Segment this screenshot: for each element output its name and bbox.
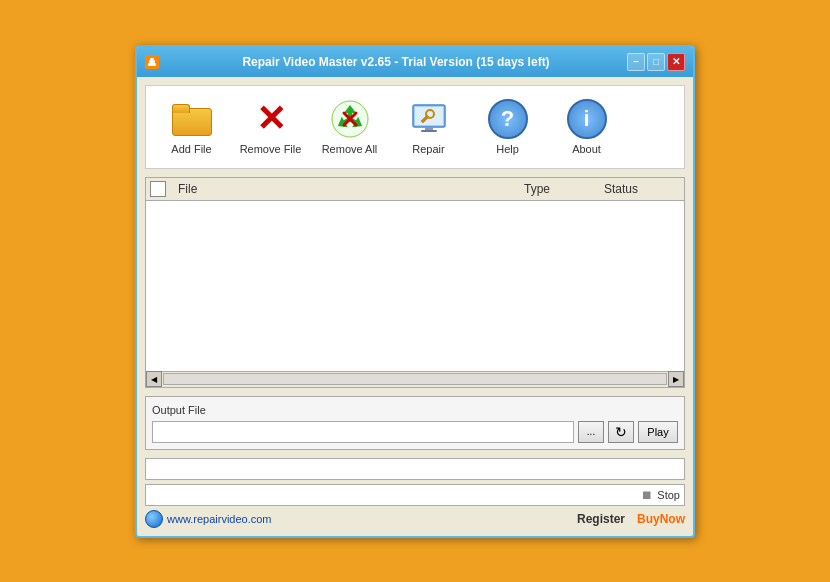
browse-button[interactable]: ... [578, 421, 604, 443]
minimize-button[interactable]: – [627, 53, 645, 71]
output-controls: ... ↻ Play [152, 421, 678, 443]
main-window: Repair Video Master v2.65 - Trial Versio… [135, 45, 695, 538]
svg-rect-2 [150, 58, 154, 60]
col-file-header: File [174, 180, 520, 198]
about-icon: i [567, 99, 607, 139]
buynow-button[interactable]: BuyNow [637, 512, 685, 526]
scroll-right-arrow[interactable]: ▶ [668, 371, 684, 387]
help-button[interactable]: ? Help [470, 94, 545, 160]
output-section: Output File ... ↻ Play [145, 396, 685, 450]
repair-icon [409, 99, 449, 139]
about-button[interactable]: i About [549, 94, 624, 160]
about-label: About [572, 143, 601, 155]
progress-bar [145, 458, 685, 480]
repair-label: Repair [412, 143, 444, 155]
horizontal-scrollbar[interactable]: ◀ ▶ [146, 371, 684, 387]
play-button[interactable]: Play [638, 421, 678, 443]
help-label: Help [496, 143, 519, 155]
output-file-input[interactable] [152, 421, 574, 443]
file-list-header: File Type Status [146, 178, 684, 201]
svg-rect-10 [421, 130, 437, 132]
window-controls: – □ ✕ [627, 53, 685, 71]
refresh-button[interactable]: ↻ [608, 421, 634, 443]
scroll-track[interactable] [163, 373, 667, 385]
footer: www.repairvideo.com Register BuyNow [145, 510, 685, 528]
globe-icon [145, 510, 163, 528]
help-icon: ? [488, 99, 528, 139]
repair-button[interactable]: Repair [391, 94, 466, 160]
file-list-container: File Type Status ◀ ▶ [145, 177, 685, 388]
remove-all-label: Remove All [322, 143, 378, 155]
output-group: Output File ... ↻ Play [145, 396, 685, 450]
website-text: www.repairvideo.com [167, 513, 272, 525]
window-title: Repair Video Master v2.65 - Trial Versio… [165, 55, 627, 69]
stop-label: Stop [657, 489, 680, 501]
browse-icon: ... [587, 426, 595, 437]
file-list-body [146, 201, 684, 371]
remove-file-label: Remove File [240, 143, 302, 155]
col-type-header: Type [520, 180, 600, 198]
close-button[interactable]: ✕ [667, 53, 685, 71]
scroll-left-arrow[interactable]: ◀ [146, 371, 162, 387]
remove-file-button[interactable]: ✕ Remove File [233, 94, 308, 160]
play-label: Play [647, 426, 668, 438]
add-file-label: Add File [171, 143, 211, 155]
add-file-button[interactable]: Add File [154, 94, 229, 160]
remove-all-button[interactable]: Remove All [312, 94, 387, 160]
remove-file-icon: ✕ [251, 99, 291, 139]
footer-right: Register BuyNow [577, 512, 685, 526]
svg-rect-0 [148, 63, 156, 66]
remove-all-icon [330, 99, 370, 139]
col-status-header: Status [600, 180, 680, 198]
select-all-checkbox[interactable] [150, 181, 166, 197]
add-file-icon [172, 99, 212, 139]
svg-rect-1 [149, 60, 155, 63]
website-link[interactable]: www.repairvideo.com [145, 510, 272, 528]
register-button[interactable]: Register [577, 512, 625, 526]
restore-button[interactable]: □ [647, 53, 665, 71]
output-label-wrapper: Output File [152, 403, 678, 417]
status-bar: ⏹ Stop [145, 484, 685, 506]
toolbar: Add File ✕ Remove File [145, 85, 685, 169]
title-bar: Repair Video Master v2.65 - Trial Versio… [137, 47, 693, 77]
output-label: Output File [152, 404, 206, 416]
stop-icon: ⏹ [641, 488, 653, 502]
refresh-icon: ↻ [615, 424, 627, 440]
app-icon [145, 55, 159, 69]
